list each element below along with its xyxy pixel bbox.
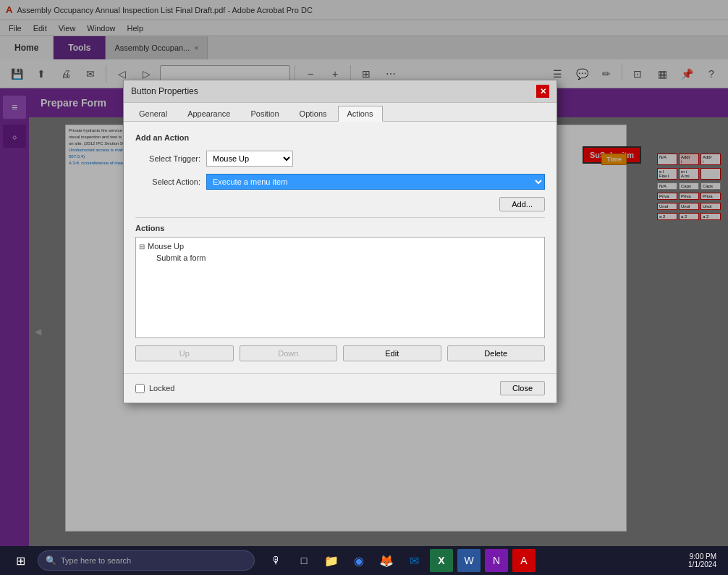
locked-check: Locked	[135, 384, 174, 393]
dialog-tabs: General Appearance Position Options Acti…	[124, 103, 556, 122]
edit-button[interactable]: Edit	[343, 345, 441, 361]
tab-appearance[interactable]: Appearance	[178, 106, 240, 121]
tab-options[interactable]: Options	[290, 106, 337, 121]
tree-parent-label: Mouse Up	[148, 242, 184, 251]
dialog-body: Add an Action Select Trigger: Mouse Up S…	[124, 122, 556, 373]
taskbar-time: 9:00 PM 1/1/2024	[688, 553, 722, 568]
taskbar-start[interactable]: ⊞	[6, 549, 35, 572]
down-button[interactable]: Down	[240, 345, 338, 361]
section-divider	[135, 217, 545, 218]
add-action-header: Add an Action	[135, 133, 545, 142]
delete-button[interactable]: Delete	[447, 345, 546, 361]
close-button[interactable]: Close	[500, 381, 545, 395]
add-button[interactable]: Add...	[499, 197, 545, 211]
locked-checkbox[interactable]	[135, 384, 145, 393]
taskbar-app-mic[interactable]: 🎙	[265, 549, 288, 572]
dialog-close-btn[interactable]: ✕	[536, 85, 549, 98]
taskbar-app-chrome[interactable]: ◉	[347, 549, 371, 572]
tab-actions[interactable]: Actions	[338, 106, 383, 122]
action-btns-row: Up Down Edit Delete	[135, 345, 545, 361]
taskbar-app-taskview[interactable]: □	[292, 549, 316, 572]
dialog-title: Button Properties	[131, 86, 198, 96]
button-properties-dialog: Button Properties ✕ General Appearance P…	[123, 80, 557, 403]
taskbar: ⊞ 🔍 Type here to search 🎙 □ 📁 ◉ 🦊 ✉ X W …	[0, 546, 728, 575]
taskbar-app-outlook[interactable]: ✉	[402, 549, 426, 572]
trigger-select[interactable]: Mouse Up	[206, 151, 293, 167]
trigger-label: Select Trigger:	[135, 154, 200, 163]
taskbar-app-word[interactable]: W	[457, 549, 481, 572]
tab-position[interactable]: Position	[241, 106, 288, 121]
tab-general[interactable]: General	[130, 106, 177, 121]
dialog-titlebar: Button Properties ✕	[124, 80, 556, 103]
up-button[interactable]: Up	[135, 345, 234, 361]
taskbar-app-firefox[interactable]: 🦊	[375, 549, 398, 572]
trigger-row: Select Trigger: Mouse Up	[135, 151, 545, 167]
taskbar-search[interactable]: 🔍 Type here to search	[38, 550, 255, 571]
action-select[interactable]: Execute a menu item	[206, 174, 545, 190]
collapse-icon: ⊟	[139, 243, 145, 251]
actions-section-label: Actions	[135, 224, 545, 232]
locked-label: Locked	[149, 384, 174, 393]
taskbar-app-acrobat[interactable]: A	[512, 549, 536, 572]
tree-child-submit[interactable]: Submit a form	[139, 252, 541, 264]
action-label: Select Action:	[135, 177, 200, 186]
tree-parent-mouseup[interactable]: ⊟ Mouse Up	[139, 240, 541, 252]
taskbar-search-label: Type here to search	[61, 556, 131, 565]
action-row: Select Action: Execute a menu item	[135, 174, 545, 190]
dialog-footer: Locked Close	[124, 373, 556, 403]
add-btn-row: Add...	[135, 197, 545, 211]
actions-tree: ⊟ Mouse Up Submit a form	[135, 237, 545, 338]
taskbar-app-explorer[interactable]: 📁	[320, 549, 343, 572]
taskbar-app-excel[interactable]: X	[430, 549, 453, 572]
taskbar-app-onenote[interactable]: N	[485, 549, 508, 572]
